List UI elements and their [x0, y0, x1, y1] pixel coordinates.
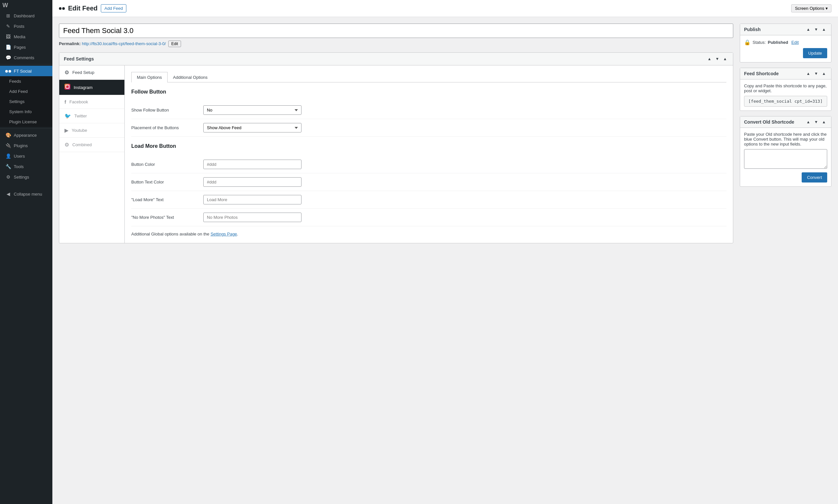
- load-more-section: Load More Button Button Color Button Tex…: [131, 143, 727, 226]
- sidebar-item-system-info[interactable]: System Info: [0, 107, 52, 117]
- sidebar-item-posts[interactable]: ✎ Posts: [0, 21, 52, 31]
- feed-sidebar-item-twitter[interactable]: 🐦 Twitter: [59, 109, 124, 123]
- update-button[interactable]: Update: [803, 48, 827, 58]
- sidebar-item-appearance[interactable]: 🎨 Appearance: [0, 130, 52, 140]
- show-follow-button-select[interactable]: No Yes: [203, 105, 301, 115]
- feed-shortcode-title: Feed Shortcode: [744, 71, 779, 76]
- feed-sidebar-item-facebook[interactable]: f Facebook: [59, 95, 124, 109]
- follow-button-section: Follow Button Show Follow Button No Yes: [131, 89, 727, 137]
- convert-shortcode-header: Convert Old Shortcode ▲ ▼ ▲: [740, 116, 831, 128]
- content-area: Permalink: http://fts30.local/fts-cpt/fe…: [52, 17, 838, 504]
- convert-box-close-button[interactable]: ▲: [821, 119, 827, 125]
- page-title: Edit Feed: [68, 4, 98, 12]
- sidebar-item-plugins[interactable]: 🔌 Plugins: [0, 140, 52, 151]
- wp-logo: W: [0, 0, 11, 11]
- media-icon: 🖼: [5, 34, 11, 39]
- feed-sidebar-item-instagram[interactable]: Instagram: [59, 80, 124, 95]
- load-more-heading: Load More Button: [131, 143, 727, 149]
- publish-box-down-button[interactable]: ▼: [813, 26, 819, 32]
- sidebar-item-add-feed[interactable]: Add Feed: [0, 86, 52, 96]
- add-feed-button[interactable]: Add Feed: [101, 4, 126, 13]
- load-more-text-label: "Load More" Text: [131, 197, 203, 202]
- publish-box-close-button[interactable]: ▲: [821, 26, 827, 32]
- no-more-photos-text-control: [203, 213, 727, 222]
- button-text-color-control: [203, 177, 727, 187]
- shortcode-box-close-button[interactable]: ▲: [821, 71, 827, 76]
- sidebar-item-pages[interactable]: 📄 Pages: [0, 42, 52, 52]
- feed-sidebar-item-youtube[interactable]: ▶ Youtube: [59, 123, 124, 138]
- sidebar-item-settings[interactable]: Settings: [0, 96, 52, 107]
- page-title-area: Edit Feed Add Feed: [59, 4, 126, 13]
- settings-page-link[interactable]: Settings Page: [210, 232, 237, 236]
- facebook-icon: f: [65, 99, 66, 105]
- sidebar-item-ft-social[interactable]: FT Social: [0, 66, 52, 76]
- box-controls: ▲ ▼ ▲: [706, 56, 728, 62]
- sidebar-item-dashboard[interactable]: ⊞ Dashboard: [0, 11, 52, 21]
- tab-main-options[interactable]: Main Options: [131, 72, 168, 83]
- button-color-row: Button Color: [131, 156, 727, 173]
- no-more-photos-text-row: "No More Photos" Text: [131, 209, 727, 226]
- topbar: Edit Feed Add Feed Screen Options ▾: [52, 0, 838, 17]
- shortcode-box-up-button[interactable]: ▲: [805, 71, 811, 76]
- convert-box-down-button[interactable]: ▼: [813, 119, 819, 125]
- feed-sidebar-label: Youtube: [72, 128, 87, 133]
- convert-shortcode-textarea[interactable]: [744, 149, 827, 169]
- sidebar-item-media[interactable]: 🖼 Media: [0, 31, 52, 42]
- status-edit-link[interactable]: Edit: [791, 40, 799, 45]
- sidebar-item-label: Users: [14, 154, 25, 159]
- status-icon: 🔒: [744, 39, 751, 46]
- placement-of-buttons-row: Placement of the Buttons Show Above Feed…: [131, 119, 727, 137]
- box-collapse-up-button[interactable]: ▲: [706, 56, 713, 62]
- ft-social-logo-icon: [59, 7, 65, 10]
- placement-of-buttons-select[interactable]: Show Above Feed Show Below Feed: [203, 123, 301, 132]
- users-icon: 👤: [5, 154, 11, 159]
- convert-box-controls: ▲ ▼ ▲: [805, 119, 827, 125]
- permalink-url[interactable]: http://fts30.local/fts-cpt/feed-them-soc…: [82, 41, 166, 46]
- shortcode-box-down-button[interactable]: ▼: [813, 71, 819, 76]
- tab-additional-options[interactable]: Additional Options: [168, 72, 213, 83]
- sidebar-item-label: Pages: [14, 45, 26, 50]
- youtube-icon: ▶: [65, 127, 68, 133]
- convert-box-up-button[interactable]: ▲: [805, 119, 811, 125]
- feed-sidebar-item-combined[interactable]: ⚙ Combined: [59, 138, 124, 152]
- screen-options-button[interactable]: Screen Options ▾: [791, 4, 832, 13]
- sidebar-item-collapse[interactable]: ◀ Collapse menu: [0, 189, 52, 199]
- sidebar-item-comments[interactable]: 💬 Comments: [0, 52, 52, 63]
- load-more-text-input[interactable]: [203, 195, 301, 204]
- convert-button[interactable]: Convert: [802, 173, 827, 182]
- button-color-input[interactable]: [203, 160, 301, 169]
- sidebar-item-users[interactable]: 👤 Users: [0, 151, 52, 161]
- feed-setup-icon: ⚙: [65, 69, 69, 75]
- publish-box-header: Publish ▲ ▼ ▲: [740, 24, 831, 35]
- feed-sidebar-label: Facebook: [69, 100, 88, 104]
- sidebar-item-feeds[interactable]: Feeds: [0, 76, 52, 86]
- sidebar-item-label: System Info: [9, 109, 32, 114]
- publish-box-controls: ▲ ▼ ▲: [805, 26, 827, 32]
- box-close-button[interactable]: ▲: [722, 56, 728, 62]
- show-follow-button-label: Show Follow Button: [131, 108, 203, 112]
- no-more-photos-text-input[interactable]: [203, 213, 301, 222]
- status-row: 🔒 Status: Published Edit: [744, 39, 827, 46]
- feed-tabs: Main Options Additional Options: [131, 72, 727, 83]
- sidebar-item-settings2[interactable]: ⚙ Settings: [0, 172, 52, 182]
- plugins-icon: 🔌: [5, 143, 11, 148]
- box-collapse-down-button[interactable]: ▼: [714, 56, 720, 62]
- dashboard-icon: ⊞: [5, 13, 11, 18]
- sidebar-item-plugin-license[interactable]: Plugin License: [0, 117, 52, 127]
- pages-icon: 📄: [5, 44, 11, 50]
- sidebar-item-label: FT Social: [14, 69, 32, 74]
- main-content: Edit Feed Add Feed Screen Options ▾ Perm…: [52, 0, 838, 504]
- screen-options-label: Screen Options: [795, 6, 824, 11]
- sidebar-item-tools[interactable]: 🔧 Tools: [0, 161, 52, 172]
- shortcode-box-controls: ▲ ▼ ▲: [805, 71, 827, 76]
- permalink-edit-button[interactable]: Edit: [168, 40, 181, 47]
- publish-box-up-button[interactable]: ▲: [805, 26, 811, 32]
- feed-sidebar-item-feed-setup[interactable]: ⚙ Feed Setup: [59, 66, 124, 80]
- feed-shortcode-header: Feed Shortcode ▲ ▼ ▲: [740, 68, 831, 79]
- feed-title-input[interactable]: [59, 23, 733, 38]
- button-text-color-input[interactable]: [203, 177, 301, 187]
- combined-icon: ⚙: [65, 142, 69, 148]
- tools-icon: 🔧: [5, 164, 11, 169]
- button-color-label: Button Color: [131, 162, 203, 167]
- shortcode-value[interactable]: [feed_them_social cpt_id=313]: [744, 96, 827, 107]
